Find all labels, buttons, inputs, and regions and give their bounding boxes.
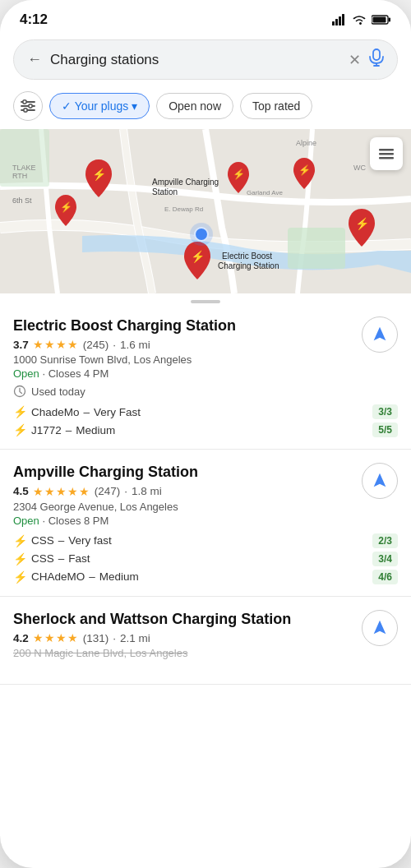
open-label-1: Open bbox=[13, 515, 39, 527]
result-rating-2: 4.2 ★★★★ (131) · 2.1 mi bbox=[13, 631, 299, 644]
separator-2: · bbox=[113, 632, 116, 644]
result-used-0: Used today bbox=[13, 385, 398, 398]
charger-badge-1-1: 3/4 bbox=[372, 552, 398, 566]
svg-point-15 bbox=[24, 108, 27, 112]
charger-speed-1-1: Fast bbox=[68, 552, 90, 565]
used-label-0: Used today bbox=[31, 386, 85, 398]
bolt-icon-0-1: ⚡ bbox=[13, 423, 27, 436]
result-title-2: Sherlock and Wattson Charging Station bbox=[13, 610, 291, 629]
charger-left-1-2: ⚡ CHAdeMO – Medium bbox=[13, 570, 139, 584]
svg-text:Alpine: Alpine bbox=[296, 139, 316, 147]
navigate-btn-2[interactable] bbox=[362, 610, 398, 646]
svg-text:⚡: ⚡ bbox=[191, 250, 206, 264]
charger-badge-1-2: 4/6 bbox=[372, 570, 398, 584]
close-time-1: · Closes 8 PM bbox=[42, 515, 109, 527]
filter-chip-your-plugs[interactable]: ✓ Your plugs ▾ bbox=[49, 93, 150, 119]
charger-left-1-0: ⚡ CSS – Very fast bbox=[13, 534, 112, 547]
signal-icon bbox=[332, 14, 347, 25]
phone-frame: 4:12 ← Cha bbox=[0, 0, 411, 868]
svg-text:⚡: ⚡ bbox=[298, 164, 311, 176]
svg-text:⚡: ⚡ bbox=[60, 201, 72, 213]
charger-left-0-0: ⚡ ChadeMo – Very Fast bbox=[13, 405, 141, 418]
charger-speed-0-0: Very Fast bbox=[94, 406, 141, 418]
charger-badge-1-0: 2/3 bbox=[372, 533, 398, 548]
search-bar-container: ← Charging stations ✕ bbox=[0, 33, 411, 88]
open-label-0: Open bbox=[13, 367, 39, 380]
bolt-icon-1-0: ⚡ bbox=[13, 534, 27, 547]
charger-left-1-1: ⚡ CSS – Fast bbox=[13, 552, 90, 566]
svg-point-14 bbox=[29, 104, 32, 108]
bolt-icon-1-1: ⚡ bbox=[13, 552, 27, 566]
svg-text:E. Dewap Rd: E. Dewap Rd bbox=[164, 205, 203, 213]
rating-num-1: 4.5 bbox=[13, 485, 29, 497]
result-card-0: Electric Boost Charging Station 3.7 ★★★★… bbox=[0, 303, 411, 450]
charger-sep-0-1: – bbox=[66, 424, 72, 436]
result-address-0: 1000 Sunrise Town Blvd, Los Angeles bbox=[13, 353, 244, 366]
svg-rect-17 bbox=[288, 228, 345, 269]
filter-icon-button[interactable] bbox=[13, 91, 43, 121]
separator-0: · bbox=[113, 339, 116, 351]
stars-1: ★★★★★ bbox=[33, 485, 90, 498]
result-card-1: Ampville Charging Station 4.5 ★★★★★ (247… bbox=[0, 450, 411, 596]
result-title-1: Ampville Charging Station bbox=[13, 463, 198, 482]
charger-type-1-1: CSS bbox=[31, 552, 54, 565]
svg-text:Garland Ave: Garland Ave bbox=[247, 189, 283, 196]
charger-badge-0-1: 5/5 bbox=[372, 422, 398, 437]
navigate-btn-1[interactable] bbox=[362, 463, 398, 499]
back-button[interactable]: ← bbox=[27, 51, 42, 68]
distance-0: 1.6 mi bbox=[120, 339, 150, 351]
reviews-1: (247) bbox=[95, 485, 121, 497]
map-layer-button[interactable] bbox=[370, 137, 403, 170]
charger-row-1-2: ⚡ CHAdeMO – Medium 4/6 bbox=[13, 570, 398, 584]
clear-button[interactable]: ✕ bbox=[349, 51, 361, 69]
svg-text:6th St: 6th St bbox=[12, 196, 32, 205]
svg-text:⚡: ⚡ bbox=[233, 168, 245, 180]
charger-type-0-1: J1772 bbox=[31, 424, 62, 436]
filter-bar: ✓ Your plugs ▾ Open now Top rated bbox=[0, 88, 411, 129]
svg-text:⚡: ⚡ bbox=[92, 168, 107, 182]
svg-rect-41 bbox=[379, 157, 394, 159]
charger-sep-1-1: – bbox=[58, 552, 65, 565]
results-list: Electric Boost Charging Station 3.7 ★★★★… bbox=[0, 303, 411, 685]
charger-type-1-2: CHAdeMO bbox=[31, 570, 85, 583]
wifi-icon bbox=[352, 14, 367, 25]
search-query: Charging stations bbox=[50, 52, 340, 68]
result-card-2: Sherlock and Wattson Charging Station 4.… bbox=[0, 597, 411, 685]
charger-row-0-0: ⚡ ChadeMo – Very Fast 3/3 bbox=[13, 404, 398, 419]
charger-badge-0-0: 3/3 bbox=[372, 404, 398, 419]
filter-chip-open-now[interactable]: Open now bbox=[156, 93, 233, 119]
distance-2: 2.1 mi bbox=[120, 632, 150, 644]
svg-text:⚡: ⚡ bbox=[355, 217, 370, 231]
charger-sep-1-2: – bbox=[89, 570, 95, 583]
svg-point-38 bbox=[190, 223, 213, 246]
mic-button[interactable] bbox=[369, 48, 384, 71]
status-time: 4:12 bbox=[20, 12, 48, 28]
charger-row-1-0: ⚡ CSS – Very fast 2/3 bbox=[13, 533, 398, 548]
map-view: TLAKE RTH 6th St Alpine WC E. Dewap Rd G… bbox=[0, 129, 411, 293]
result-address-1: 2304 George Avenue, Los Angeles bbox=[13, 501, 206, 513]
result-address-2: 200 N Magic Lane Blvd, Los Angeles bbox=[13, 647, 299, 659]
result-info-1: Ampville Charging Station 4.5 ★★★★★ (247… bbox=[13, 463, 206, 526]
charger-sep-1-0: – bbox=[58, 534, 65, 547]
svg-rect-40 bbox=[379, 149, 394, 151]
result-header-2: Sherlock and Wattson Charging Station 4.… bbox=[13, 610, 398, 659]
bolt-icon-0-0: ⚡ bbox=[13, 405, 27, 418]
svg-rect-5 bbox=[389, 18, 391, 22]
svg-text:Charging Station: Charging Station bbox=[218, 261, 279, 270]
charger-type-1-0: CSS bbox=[31, 534, 54, 547]
stars-2: ★★★★ bbox=[33, 631, 79, 644]
svg-text:Station: Station bbox=[152, 187, 178, 196]
map-container[interactable]: TLAKE RTH 6th St Alpine WC E. Dewap Rd G… bbox=[0, 129, 411, 293]
navigate-btn-0[interactable] bbox=[362, 316, 398, 353]
rating-num-0: 3.7 bbox=[13, 339, 29, 351]
status-bar: 4:12 bbox=[0, 0, 411, 33]
reviews-0: (245) bbox=[83, 339, 109, 351]
charger-left-0-1: ⚡ J1772 – Medium bbox=[13, 423, 115, 436]
filter-chip-top-rated[interactable]: Top rated bbox=[240, 93, 312, 119]
battery-icon bbox=[372, 15, 391, 25]
svg-text:Ampville Charging: Ampville Charging bbox=[152, 178, 219, 187]
svg-rect-2 bbox=[339, 16, 341, 25]
status-icons bbox=[332, 14, 391, 25]
charger-speed-0-1: Medium bbox=[76, 424, 115, 436]
charger-list-0: ⚡ ChadeMo – Very Fast 3/3 ⚡ J1772 – Medi… bbox=[13, 404, 398, 437]
